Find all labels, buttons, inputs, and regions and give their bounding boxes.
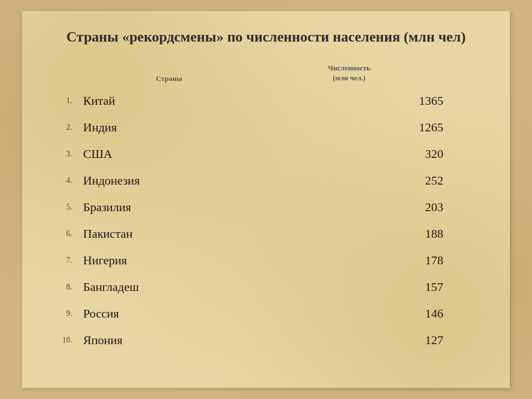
cell-num: 8. [44, 274, 78, 300]
header-num [44, 63, 78, 88]
cell-population: 127 [255, 327, 488, 354]
cell-num: 2. [44, 114, 78, 141]
cell-country: Япония [78, 327, 255, 354]
cell-country: Бангладеш [78, 274, 255, 300]
cell-country: Россия [78, 300, 255, 327]
header-population: Численность(млн чел.) [255, 63, 488, 88]
table-row: 7.Нигерия178 [44, 247, 488, 274]
cell-population: 1265 [255, 114, 488, 141]
cell-population: 188 [255, 221, 488, 247]
table-wrapper: Страны Численность(млн чел.) 1.Китай1365… [44, 63, 488, 354]
header-country: Страны [78, 63, 255, 88]
cell-num: 9. [44, 300, 78, 327]
table-row: 9.Россия146 [44, 300, 488, 327]
cell-country: Пакистан [78, 221, 255, 247]
table-row: 10.Япония127 [44, 327, 488, 354]
cell-population: 146 [255, 300, 488, 327]
cell-population: 178 [255, 247, 488, 274]
table-row: 1.Китай1365 [44, 88, 488, 114]
cell-num: 5. [44, 194, 78, 221]
cell-country: Индия [78, 114, 255, 141]
cell-country: Индонезия [78, 167, 255, 194]
population-table: Страны Численность(млн чел.) 1.Китай1365… [44, 63, 488, 354]
cell-population: 203 [255, 194, 488, 221]
table-row: 5.Бразилия203 [44, 194, 488, 221]
table-row: 4.Индонезия252 [44, 167, 488, 194]
cell-population: 1365 [255, 88, 488, 114]
table-row: 8.Бангладеш157 [44, 274, 488, 300]
table-row: 6.Пакистан188 [44, 221, 488, 247]
cell-country: США [78, 141, 255, 167]
cell-population: 252 [255, 167, 488, 194]
table-header-row: Страны Численность(млн чел.) [44, 63, 488, 88]
cell-country: Нигерия [78, 247, 255, 274]
main-container: Страны «рекордсмены» по численности насе… [22, 11, 510, 388]
cell-country: Бразилия [78, 194, 255, 221]
cell-country: Китай [78, 88, 255, 114]
table-row: 2.Индия1265 [44, 114, 488, 141]
cell-population: 320 [255, 141, 488, 167]
table-row: 3.США320 [44, 141, 488, 167]
cell-num: 10. [44, 327, 78, 354]
cell-num: 7. [44, 247, 78, 274]
cell-population: 157 [255, 274, 488, 300]
cell-num: 3. [44, 141, 78, 167]
cell-num: 1. [44, 88, 78, 114]
cell-num: 4. [44, 167, 78, 194]
page-title: Страны «рекордсмены» по численности насе… [44, 28, 488, 47]
cell-num: 6. [44, 221, 78, 247]
